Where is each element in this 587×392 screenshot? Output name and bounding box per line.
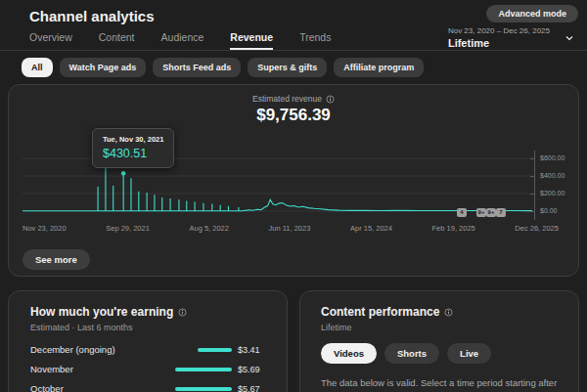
revenue-chart-card: Estimated revenue $9,756.39 Tue, Nov 30,… — [8, 84, 579, 277]
earnings-bar-track — [175, 348, 232, 352]
y-tick-label: $600.00 — [540, 154, 564, 161]
earnings-amount: $5.67 — [238, 384, 265, 392]
metric-header: Estimated revenue — [9, 94, 578, 104]
advanced-mode-button[interactable]: Advanced mode — [486, 5, 578, 22]
earnings-amount: $5.69 — [238, 365, 265, 374]
video-marker-badge[interactable]: 9+ — [486, 208, 496, 217]
video-marker-badge[interactable]: 4 — [457, 208, 467, 217]
content-tab-videos[interactable]: Videos — [321, 343, 377, 364]
date-range-selector[interactable]: Nov 23, 2020 – Dec 26, 2025 Lifetime — [448, 26, 575, 49]
tab-content[interactable]: Content — [99, 31, 135, 50]
video-marker-badge[interactable]: 9+ — [476, 208, 486, 217]
earnings-row: November$5.69 — [30, 365, 265, 373]
content-card-title: Content performance — [321, 305, 439, 319]
metric-label: Estimated revenue — [252, 94, 322, 104]
info-icon — [444, 308, 453, 317]
earnings-bar — [198, 348, 232, 352]
y-tick-label: $400.00 — [540, 172, 564, 179]
content-type-tabs: VideosShortsLive — [321, 343, 558, 364]
chip-shorts-feed-ads[interactable]: Shorts Feed ads — [153, 58, 241, 77]
chip-affiliate-program[interactable]: Affiliate program — [334, 58, 424, 77]
earnings-month-label: November — [30, 364, 175, 374]
earnings-card-header: How much you're earning — [30, 305, 265, 319]
earnings-amount: $3.41 — [238, 345, 265, 355]
earnings-month-label: October — [30, 383, 175, 392]
earnings-card: How much you're earning Estimated · Last… — [8, 290, 288, 392]
earnings-card-title: How much you're earning — [30, 305, 173, 319]
chip-supers-gifts[interactable]: Supers & gifts — [248, 58, 327, 77]
x-axis-labels: Nov 23, 2020Sep 29, 2021Aug 5, 2022Jun 1… — [23, 224, 559, 233]
chip-all[interactable]: All — [22, 58, 53, 77]
date-range-text: Nov 23, 2020 – Dec 26, 2025 Lifetime — [448, 26, 550, 49]
x-tick-label: Nov 23, 2020 — [23, 224, 67, 233]
x-tick-label: Jun 11, 2023 — [269, 224, 311, 233]
x-tick-label: Feb 19, 2025 — [432, 224, 475, 233]
see-more-button[interactable]: See more — [23, 249, 90, 270]
earnings-card-subtitle: Estimated · Last 6 months — [30, 323, 265, 332]
metric-value: $9,756.39 — [9, 106, 578, 125]
earnings-row: December (ongoing)$3.41 — [30, 345, 265, 354]
earnings-month-label: December (ongoing) — [30, 344, 175, 355]
x-tick-label: Dec 26, 2025 — [515, 224, 559, 233]
x-tick-label: Sep 29, 2021 — [106, 224, 150, 233]
date-range-value: Nov 23, 2020 – Dec 26, 2025 — [448, 26, 550, 35]
earnings-bar-track — [175, 368, 232, 371]
y-tick-label: $0.00 — [540, 207, 558, 214]
earnings-rows: December (ongoing)$3.41November$5.69Octo… — [30, 345, 265, 392]
y-axis-tick — [530, 194, 534, 195]
chip-watch-page-ads[interactable]: Watch Page ads — [60, 58, 147, 77]
tooltip-date: Tue, Nov 30, 2021 — [103, 135, 163, 144]
tab-revenue[interactable]: Revenue — [230, 31, 273, 50]
y-axis-labels: $600.00$400.00$200.00$0.00 — [540, 152, 579, 215]
earnings-bar — [175, 368, 232, 371]
content-tab-live[interactable]: Live — [447, 343, 491, 364]
y-axis-tick — [530, 158, 534, 159]
earnings-row: October$5.67 — [30, 384, 265, 392]
info-icon — [326, 95, 335, 104]
page-title: Channel analytics — [29, 8, 155, 24]
y-axis-tick — [530, 211, 534, 212]
info-icon — [178, 308, 187, 317]
tab-audience[interactable]: Audience — [161, 31, 204, 50]
content-performance-card: Content performance Lifetime VideosShort… — [299, 290, 579, 392]
content-card-note: The data below is valid. Select a time p… — [321, 376, 567, 392]
x-tick-label: Aug 5, 2022 — [189, 224, 228, 233]
analytics-tab-row: OverviewContentAudienceRevenueTrends Nov… — [0, 29, 587, 51]
y-tick-label: $200.00 — [540, 190, 564, 196]
content-card-header: Content performance — [321, 305, 558, 319]
content-tab-shorts[interactable]: Shorts — [384, 343, 439, 364]
y-axis-line — [534, 151, 535, 220]
tab-overview[interactable]: Overview — [29, 31, 72, 50]
x-tick-label: Apr 15, 2024 — [350, 224, 392, 233]
video-marker-badge[interactable]: 7 — [496, 208, 506, 217]
date-range-preset: Lifetime — [448, 37, 550, 49]
y-axis-tick — [530, 176, 534, 177]
earnings-bar — [175, 387, 232, 391]
tooltip-value: $430.51 — [103, 147, 163, 160]
content-card-subtitle: Lifetime — [321, 323, 558, 332]
chart-tooltip: Tue, Nov 30, 2021 $430.51 — [92, 128, 174, 168]
chevron-down-icon — [564, 32, 575, 44]
earnings-bar-track — [175, 387, 232, 391]
revenue-filter-chips: AllWatch Page adsShorts Feed adsSupers &… — [22, 58, 424, 77]
tab-trends[interactable]: Trends — [299, 31, 331, 50]
